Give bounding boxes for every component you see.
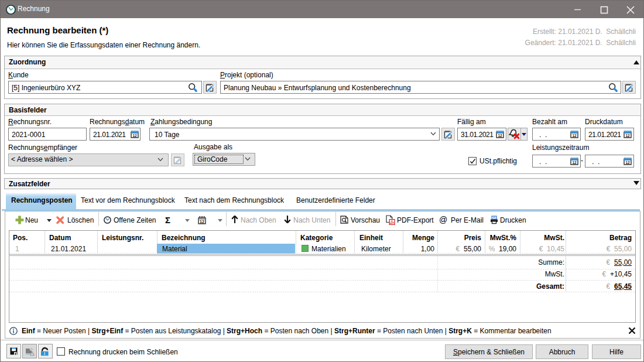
- svg-text:12: 12: [572, 134, 577, 138]
- svg-text:12: 12: [572, 160, 577, 165]
- svg-text:12: 12: [132, 134, 137, 138]
- svg-text:12: 12: [625, 134, 630, 138]
- svg-text:12: 12: [625, 160, 630, 165]
- svg-text:12: 12: [498, 134, 502, 138]
- svg-text:12: 12: [200, 220, 204, 224]
